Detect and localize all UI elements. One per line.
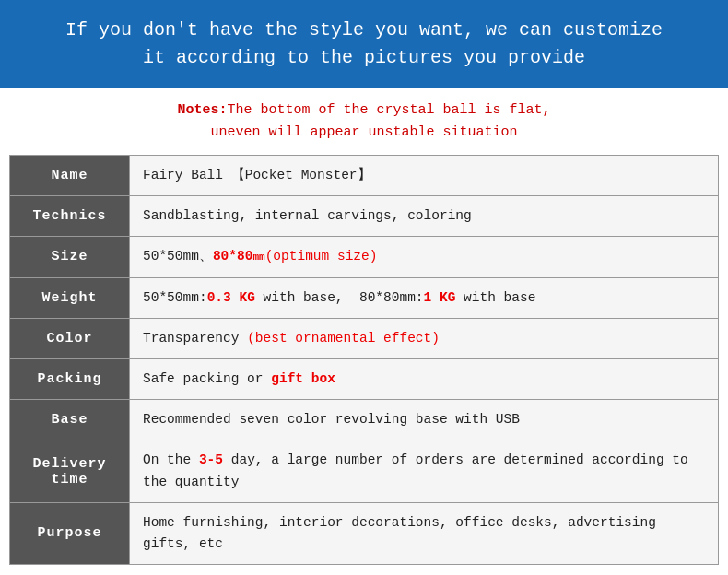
label-name: Name (10, 156, 130, 196)
color-highlight: (best ornamental effect) (247, 331, 440, 346)
table-row: Base Recommended seven color revolving b… (10, 400, 719, 440)
notes-label: Notes: (177, 102, 227, 118)
value-name: Fairy Ball 【Pocket Monster】 (130, 156, 719, 196)
table-container: Name Fairy Ball 【Pocket Monster】 Technic… (0, 155, 728, 574)
label-size: Size (10, 237, 130, 277)
header-line2: it according to the pictures you provide (18, 44, 710, 72)
table-row: Purpose Home furnishing, interior decora… (10, 502, 719, 564)
table-row: Delivery time On the 3-5 day, a large nu… (10, 440, 719, 502)
label-color: Color (10, 318, 130, 358)
header-banner: If you don't have the style you want, we… (0, 0, 728, 88)
label-delivery: Delivery time (10, 440, 130, 502)
value-color: Transparency (best ornamental effect) (130, 318, 719, 358)
table-row: Color Transparency (best ornamental effe… (10, 318, 719, 358)
label-packing: Packing (10, 358, 130, 399)
label-technics: Technics (10, 196, 130, 237)
header-line1: If you don't have the style you want, we… (18, 17, 710, 44)
table-row: Packing Safe packing or gift box (10, 358, 719, 399)
notes-line2: uneven will appear unstable situation (18, 122, 710, 144)
delivery-days: 3-5 (199, 452, 223, 467)
table-row: Size 50*50mm、80*80mm(optimum size) (10, 237, 719, 277)
value-delivery: On the 3-5 day, a large number of orders… (130, 440, 719, 502)
label-base: Base (10, 400, 130, 440)
label-weight: Weight (10, 277, 130, 318)
value-base: Recommended seven color revolving base w… (130, 400, 719, 440)
weight-val1: 0.3 KG (207, 290, 255, 305)
weight-val2: 1 KG (424, 290, 456, 305)
value-weight: 50*50mm:0.3 KG with base, 80*80mm:1 KG w… (130, 277, 719, 318)
packing-highlight: gift box (271, 371, 335, 386)
value-technics: Sandblasting, internal carvings, colorin… (130, 196, 719, 237)
value-packing: Safe packing or gift box (130, 358, 719, 399)
table-row: Technics Sandblasting, internal carvings… (10, 196, 719, 237)
value-size: 50*50mm、80*80mm(optimum size) (130, 237, 719, 277)
notes-section: Notes:The bottom of the crystal ball is … (0, 88, 728, 155)
notes-line1: Notes:The bottom of the crystal ball is … (18, 100, 710, 122)
table-row: Name Fairy Ball 【Pocket Monster】 (10, 156, 719, 196)
label-purpose: Purpose (10, 502, 130, 564)
table-row: Weight 50*50mm:0.3 KG with base, 80*80mm… (10, 277, 719, 318)
size-optimum: (optimum size) (265, 249, 378, 264)
size-highlight: 80*80mm (213, 249, 265, 264)
notes-text1: The bottom of the crystal ball is flat, (227, 102, 550, 118)
product-table: Name Fairy Ball 【Pocket Monster】 Technic… (9, 155, 719, 565)
value-purpose: Home furnishing, interior decorations, o… (130, 502, 719, 564)
